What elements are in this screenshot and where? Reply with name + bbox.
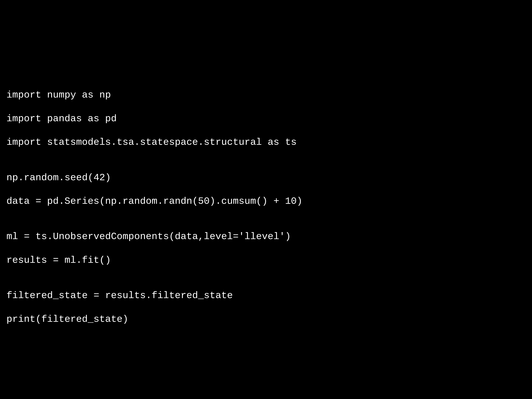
code-block: import numpy as np import pandas as pd i…	[6, 77, 302, 337]
code-line: import numpy as np	[6, 89, 302, 101]
code-line: data = pd.Series(np.random.randn(50).cum…	[6, 195, 302, 207]
code-line: results = ml.fit()	[6, 254, 302, 266]
code-line: ml = ts.UnobservedComponents(data,level=…	[6, 231, 302, 242]
code-line: np.random.seed(42)	[6, 172, 302, 184]
code-line: print(filtered_state)	[6, 313, 302, 325]
code-line: import pandas as pd	[6, 113, 302, 125]
code-line: import statsmodels.tsa.statespace.struct…	[6, 136, 302, 148]
code-line: filtered_state = results.filtered_state	[6, 290, 302, 301]
